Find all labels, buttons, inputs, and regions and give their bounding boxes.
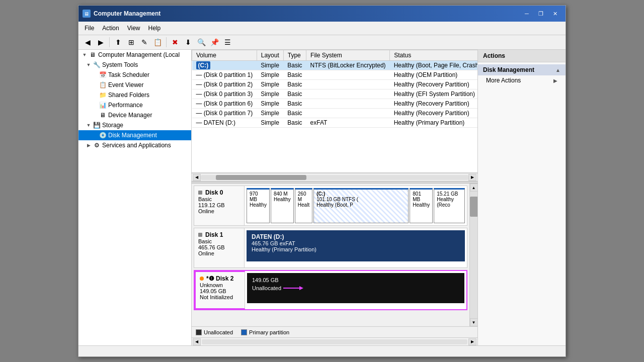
scroll-track[interactable] bbox=[201, 175, 468, 180]
expand-icon-shared: ▶ bbox=[91, 93, 99, 98]
disk1-label: Disk 1 Basic 465.76 GB Online bbox=[194, 228, 245, 267]
window-title: Computer Management bbox=[94, 10, 160, 17]
part-status: Healthy bbox=[250, 202, 267, 208]
col-layout[interactable]: Layout bbox=[257, 50, 283, 61]
disk1-part-detail: 465.76 GB exFAT bbox=[252, 240, 460, 246]
legend-unalloc-box bbox=[196, 329, 202, 335]
edit-button[interactable]: ✎ bbox=[138, 37, 150, 48]
cell-filesystem bbox=[306, 109, 390, 118]
scroll-v-track[interactable] bbox=[470, 192, 478, 318]
cell-volume: — (Disk 0 partition 6) bbox=[192, 99, 257, 109]
table-scrollbar-h[interactable]: ◀ ▶ bbox=[192, 173, 477, 181]
scroll-left-btn[interactable]: ◀ bbox=[193, 174, 201, 181]
cell-filesystem bbox=[306, 99, 390, 109]
col-status[interactable]: Status bbox=[390, 50, 477, 61]
menu-bar: File Action View Help bbox=[78, 22, 566, 35]
disk-view-area: Disk 0 Basic 119.12 GB Online 970 MB bbox=[192, 184, 477, 326]
menu-file[interactable]: File bbox=[80, 23, 98, 33]
part-status: Healthy (Boot, P bbox=[316, 202, 406, 208]
disk0-label: Disk 0 Basic 119.12 GB Online bbox=[194, 186, 245, 225]
disk2-unalloc-label: Unallocated bbox=[252, 284, 459, 292]
partition-0-1[interactable]: 970 MB Healthy bbox=[247, 188, 270, 223]
disk1-part-label: DATEN (D:) bbox=[252, 233, 460, 240]
part-status: Healthy bbox=[413, 202, 430, 208]
table-row[interactable]: — DATEN (D:) Simple Basic exFAT Healthy … bbox=[192, 118, 478, 128]
table-row[interactable]: — (Disk 0 partition 6) Simple Basic Heal… bbox=[192, 99, 478, 109]
disk0-name: Disk 0 bbox=[198, 189, 240, 196]
scroll-up-btn[interactable]: ▲ bbox=[470, 184, 478, 192]
delete-button[interactable]: ✖ bbox=[169, 37, 181, 48]
disk1-part-status: Healthy (Primary Partition) bbox=[252, 246, 460, 252]
expand-icon-task: ▶ bbox=[91, 72, 99, 77]
export-button[interactable]: ⬇ bbox=[182, 37, 194, 48]
table-row[interactable]: — (Disk 0 partition 7) Simple Basic Heal… bbox=[192, 109, 478, 118]
cell-volume: — DATEN (D:) bbox=[192, 118, 257, 128]
minimize-button[interactable]: ─ bbox=[520, 9, 533, 19]
list-button[interactable]: ☰ bbox=[221, 37, 233, 48]
bottom-scroll-right[interactable]: ▶ bbox=[468, 338, 476, 345]
copy-button[interactable]: 📋 bbox=[151, 37, 164, 48]
disk0-icon bbox=[198, 191, 202, 195]
bottom-scroll-left[interactable]: ◀ bbox=[193, 338, 201, 345]
tree-item-device-manager[interactable]: ▶ 🖥 Device Manager bbox=[78, 110, 191, 120]
menu-action[interactable]: Action bbox=[98, 23, 123, 33]
task-scheduler-icon: 📅 bbox=[99, 71, 107, 79]
cell-filesystem bbox=[306, 89, 390, 99]
expand-icon-perf: ▶ bbox=[91, 103, 99, 108]
svg-marker-1 bbox=[299, 286, 303, 290]
more-actions-link[interactable]: More Actions ▶ bbox=[478, 75, 566, 85]
disk1-partition[interactable]: DATEN (D:) 465.76 GB exFAT Healthy (Prim… bbox=[247, 230, 465, 261]
menu-view[interactable]: View bbox=[123, 23, 144, 33]
tree-item-task-scheduler[interactable]: ▶ 📅 Task Scheduler bbox=[78, 70, 191, 80]
partition-0-5[interactable]: 801 MB Healthy bbox=[410, 188, 433, 223]
close-button[interactable]: ✕ bbox=[548, 9, 561, 19]
scroll-down-btn[interactable]: ▼ bbox=[470, 318, 478, 326]
toolbar-sep-2 bbox=[166, 37, 167, 47]
disk1-size: 465.76 GB bbox=[198, 244, 240, 250]
status-bar bbox=[78, 345, 566, 356]
partition-0-6[interactable]: 15.21 GB Healthy (Reco bbox=[434, 188, 465, 223]
tree-item-root[interactable]: ▼ 🖥 Computer Management (Local bbox=[78, 50, 191, 60]
partition-0-3[interactable]: 260 M Healt bbox=[295, 188, 312, 223]
up-button[interactable]: ⬆ bbox=[112, 37, 124, 48]
tree-item-storage[interactable]: ▼ 💾 Storage bbox=[78, 120, 191, 130]
table-row[interactable]: — (Disk 0 partition 1) Simple Basic Heal… bbox=[192, 70, 478, 80]
disk1-row: Disk 1 Basic 465.76 GB Online DATEN (D:)… bbox=[194, 228, 467, 268]
expand-icon-device: ▶ bbox=[91, 113, 99, 118]
table-row[interactable]: — (Disk 0 partition 2) Simple Basic Heal… bbox=[192, 80, 478, 89]
forward-button[interactable]: ▶ bbox=[95, 37, 107, 48]
disk2-unalloc[interactable]: 149.05 GB Unallocated bbox=[247, 273, 464, 303]
tree-item-event-viewer[interactable]: ▶ 📋 Event Viewer bbox=[78, 80, 191, 90]
cell-type: Basic bbox=[283, 118, 306, 128]
menu-help[interactable]: Help bbox=[144, 23, 165, 33]
root-icon: 🖥 bbox=[89, 51, 97, 59]
maximize-button[interactable]: ❐ bbox=[534, 9, 547, 19]
properties-button[interactable]: ⊞ bbox=[125, 37, 137, 48]
search-button[interactable]: 🔍 bbox=[195, 37, 207, 48]
cell-type: Basic bbox=[283, 70, 306, 80]
partition-0-2[interactable]: 840 M Healthy bbox=[271, 188, 294, 223]
col-volume[interactable]: Volume bbox=[192, 50, 257, 61]
tree-item-services[interactable]: ▶ ⚙ Services and Applications bbox=[78, 140, 191, 150]
col-filesystem[interactable]: File System bbox=[306, 50, 390, 61]
toolbar: ◀ ▶ ⬆ ⊞ ✎ 📋 ✖ ⬇ 🔍 📌 ☰ bbox=[78, 35, 566, 50]
actions-section-title[interactable]: Disk Management ▲ bbox=[478, 64, 566, 75]
tree-item-system-tools[interactable]: ▼ 🔧 System Tools bbox=[78, 60, 191, 70]
tree-item-shared-folders[interactable]: ▶ 📁 Shared Folders bbox=[78, 90, 191, 100]
bottom-scroll-track[interactable] bbox=[202, 339, 467, 344]
col-type[interactable]: Type bbox=[283, 50, 306, 61]
partition-c[interactable]: (C:) 101.10 GB NTFS ( Healthy (Boot, P bbox=[313, 188, 409, 223]
tree-item-performance[interactable]: ▶ 📊 Performance bbox=[78, 100, 191, 110]
bottom-scrollbar[interactable]: ◀ ▶ bbox=[192, 337, 477, 345]
pin-button[interactable]: 📌 bbox=[208, 37, 220, 48]
table-row[interactable]: — (Disk 0 partition 3) Simple Basic Heal… bbox=[192, 89, 478, 99]
scroll-right-btn[interactable]: ▶ bbox=[468, 174, 476, 181]
cell-type: Basic bbox=[283, 61, 306, 70]
disk-management-icon: 💿 bbox=[99, 131, 107, 139]
cell-type: Basic bbox=[283, 89, 306, 99]
disk1-status: Online bbox=[198, 250, 240, 256]
tree-item-disk-management[interactable]: ▶ 💿 Disk Management bbox=[78, 130, 191, 140]
table-row[interactable]: (C:) Simple Basic NTFS (BitLocker Encryp… bbox=[192, 61, 478, 70]
disk-scrollbar-v[interactable]: ▲ ▼ bbox=[469, 184, 477, 326]
back-button[interactable]: ◀ bbox=[82, 37, 94, 48]
